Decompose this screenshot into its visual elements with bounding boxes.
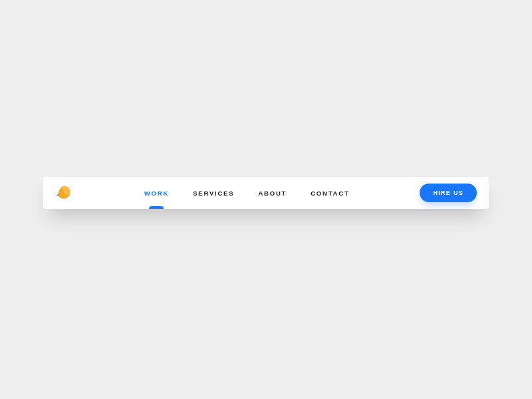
nav-label: CONTACT	[311, 190, 349, 197]
logo-icon[interactable]	[53, 182, 74, 203]
hire-us-button[interactable]: HIRE US	[420, 184, 477, 202]
nav-item-about[interactable]: ABOUT	[258, 177, 287, 209]
nav-label: ABOUT	[258, 190, 287, 197]
nav-label: WORK	[144, 190, 169, 197]
nav-items: WORK SERVICES ABOUT CONTACT	[74, 177, 420, 209]
nav-item-services[interactable]: SERVICES	[193, 177, 234, 209]
navbar: WORK SERVICES ABOUT CONTACT HIRE US	[43, 177, 489, 209]
nav-item-contact[interactable]: CONTACT	[311, 177, 349, 209]
nav-item-work[interactable]: WORK	[144, 177, 169, 209]
nav-label: SERVICES	[193, 190, 234, 197]
